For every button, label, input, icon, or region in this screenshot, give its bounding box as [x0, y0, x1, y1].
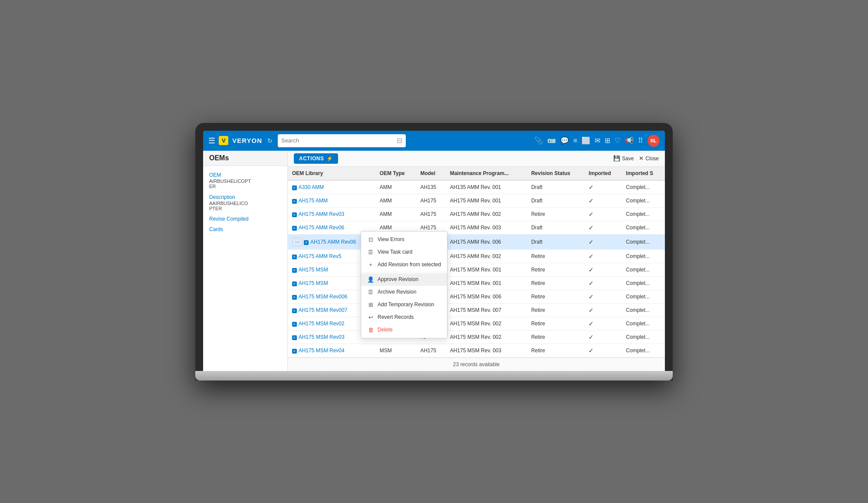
context-menu-item-delete[interactable]: 🗑Delete [361, 324, 447, 336]
cell-revision-status: Retire [527, 276, 585, 290]
row-type-icon: ≡ [292, 212, 297, 217]
refresh-icon[interactable]: ↻ [267, 137, 273, 144]
context-menu-archive-revision-icon: ☰ [367, 289, 374, 295]
table-row[interactable]: ≡AH175 AMM Rev06AMMAH175AH175 AMM Rev. 0… [288, 221, 665, 234]
hamburger-menu-icon[interactable]: ☰ [208, 136, 215, 146]
checkmark-icon: ✓ [589, 266, 594, 273]
oem-library-link[interactable]: A330 AMM [299, 184, 324, 190]
cell-imported-s: Complet... [621, 221, 665, 234]
oem-library-link[interactable]: AH175 AMM Rev5 [299, 253, 342, 259]
cell-imported: ✓ [584, 303, 621, 317]
cell-imported-s: Complet... [621, 194, 665, 207]
cell-imported: ✓ [584, 221, 621, 234]
oem-table: OEM Library OEM Type Model Maintenance P… [288, 167, 665, 357]
context-menu-item-add-temporary-revision[interactable]: ⊞Add Temporary Revision [361, 298, 447, 311]
cell-revision-status: Retire [527, 303, 585, 317]
table-row[interactable]: ≡AH175 MSM Rev00775AH175 MSM Rev. 007Ret… [288, 303, 665, 317]
checkmark-icon: ✓ [589, 293, 594, 300]
checkmark-icon: ✓ [589, 334, 594, 341]
table-row[interactable]: ··· ≡AH175 AMM Rev06AMMAH175AH175 AMM Re… [288, 234, 665, 249]
row-type-icon: ≡ [292, 185, 297, 190]
oem-library-link[interactable]: AH175 MSM [299, 267, 328, 273]
row-type-icon: ≡ [292, 335, 297, 340]
search-input[interactable] [281, 137, 397, 144]
grid-icon[interactable]: ⠿ [638, 136, 643, 145]
list-icon[interactable]: ≡ [573, 137, 577, 145]
save-button[interactable]: 💾 Save [613, 155, 634, 162]
oem-library-link[interactable]: AH175 AMM Rev06 [299, 225, 344, 231]
oem-library-link[interactable]: AH175 AMM Rev06 [310, 239, 356, 245]
cell-imported-s: Complet... [621, 330, 665, 344]
cell-model: AH135 [416, 180, 445, 194]
cell-imported-s: Complet... [621, 290, 665, 303]
table-row[interactable]: ≡AH175 MSM75AH175 MSM Rev. 001Retire✓Com… [288, 276, 665, 290]
cell-maintenance-program: AH175 AMM Rev. 002 [446, 207, 527, 221]
context-menu-item-add-revision-from-selected[interactable]: +Add Revision from selected [361, 258, 447, 271]
oem-library-link[interactable]: AH175 MSM Rev03 [299, 334, 345, 340]
oem-library-link[interactable]: AH175 MSM [299, 280, 328, 286]
cell-oem-library: ≡A330 AMM [288, 180, 375, 194]
table-row[interactable]: ≡AH175 MSM Rev0375AH175 MSM Rev. 002Reti… [288, 330, 665, 344]
chat-icon[interactable]: 💬 [560, 136, 569, 145]
table-row[interactable]: ≡AH175 MSM Rev0275AH175 MSM Rev. 002Reti… [288, 317, 665, 330]
context-menu-item-approve-revision[interactable]: 👤Approve Revision [361, 273, 447, 286]
cell-oem-library: ≡AH175 MSM Rev04 [288, 344, 375, 357]
search-bar[interactable]: ⊟ [278, 134, 406, 147]
table-icon[interactable]: ⊞ [605, 136, 610, 145]
revise-compiled-link[interactable]: Revise Compiled [203, 214, 287, 224]
oem-label[interactable]: OEM [209, 172, 281, 178]
cell-imported-s: Complet... [621, 263, 665, 276]
logo-icon: V [219, 136, 228, 145]
top-bar-icons: 📎 🪪 💬 ≡ ⬜ ✉ ⊞ ♡ 📢 ⠿ RL [534, 135, 660, 147]
cell-imported-s: Complet... [621, 303, 665, 317]
table-row[interactable]: ≡AH175 AMMAMMAH175AH175 AMM Rev. 001Draf… [288, 194, 665, 207]
oem-library-link[interactable]: AH175 MSM Rev04 [299, 347, 345, 354]
checkmark-icon: ✓ [589, 347, 594, 354]
card-icon[interactable]: 🪪 [547, 136, 556, 145]
heart-icon[interactable]: ♡ [615, 136, 621, 145]
paperclip-icon[interactable]: 📎 [534, 136, 543, 145]
table-row[interactable]: ≡AH175 AMM Rev03AMMAH175AH175 AMM Rev. 0… [288, 207, 665, 221]
table-row[interactable]: ≡AH175 MSM Rev04MSMAH175AH175 MSM Rev. 0… [288, 344, 665, 357]
records-count: 23 records available [453, 361, 500, 367]
mail-icon[interactable]: ✉ [595, 136, 600, 145]
table-row[interactable]: ≡AH175 MSM Rev00675AH175 MSM Rev. 006Ret… [288, 290, 665, 303]
context-menu-item-view-task-card[interactable]: ☰View Task card [361, 246, 447, 258]
cell-imported-s: Complet... [621, 234, 665, 249]
lightning-icon: ⚡ [326, 156, 333, 162]
announcement-icon[interactable]: 📢 [625, 136, 634, 145]
oem-library-link[interactable]: AH175 MSM Rev006 [299, 294, 348, 300]
oem-library-link[interactable]: AH175 MSM Rev02 [299, 321, 345, 327]
context-menu-item-archive-revision[interactable]: ☰Archive Revision [361, 286, 447, 298]
left-panel-items: OEM AIRBUSHELICOPTER Description AAIRBUS… [203, 166, 287, 238]
table-row[interactable]: ≡A330 AMMAMMAH135AH135 AMM Rev. 001Draft… [288, 180, 665, 194]
row-context-menu-button[interactable]: ··· [292, 238, 302, 246]
cell-oem-type: MSM [375, 344, 416, 357]
cell-revision-status: Draft [527, 194, 585, 207]
checkmark-icon: ✓ [589, 197, 594, 204]
actions-button[interactable]: ACTIONS ⚡ [294, 153, 338, 164]
col-imported: Imported [584, 167, 621, 180]
close-button[interactable]: ✕ Close [639, 155, 659, 162]
row-type-icon: ≡ [292, 295, 297, 300]
cell-imported-s: Complet... [621, 317, 665, 330]
window-icon[interactable]: ⬜ [582, 136, 590, 145]
table-row[interactable]: ≡AH175 AMM Rev575AH175 AMM Rev. 002Retir… [288, 249, 665, 263]
context-menu-item-revert-records[interactable]: ↩Revert Records [361, 311, 447, 324]
cell-maintenance-program: AH175 MSM Rev. 002 [446, 330, 527, 344]
oem-library-link[interactable]: AH175 MSM Rev007 [299, 307, 348, 313]
context-menu-approve-revision-label: Approve Revision [378, 276, 418, 282]
context-menu-add-revision-from-selected-label: Add Revision from selected [378, 261, 441, 268]
table-row[interactable]: ≡AH175 MSM75AH175 MSM Rev. 001Retire✓Com… [288, 263, 665, 276]
cell-imported: ✓ [584, 344, 621, 357]
avatar[interactable]: RL [648, 135, 660, 147]
cell-maintenance-program: AH175 AMM Rev. 001 [446, 194, 527, 207]
oem-library-link[interactable]: AH175 AMM [299, 198, 328, 204]
cell-revision-status: Retire [527, 317, 585, 330]
description-label[interactable]: Description [209, 194, 281, 200]
checkmark-icon: ✓ [589, 253, 594, 260]
oem-library-link[interactable]: AH175 AMM Rev03 [299, 211, 344, 217]
cards-link[interactable]: Cards [203, 224, 287, 235]
left-panel-title: OEMs [203, 151, 287, 166]
context-menu-item-view-errors[interactable]: ⊡View Errors [361, 233, 447, 246]
